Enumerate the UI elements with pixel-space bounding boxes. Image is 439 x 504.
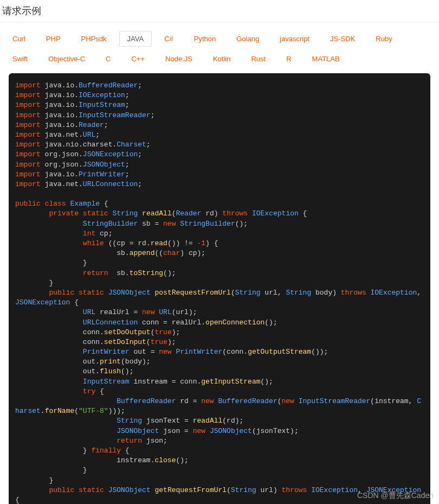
tab-phpsdk[interactable]: PHPsdk [73,31,115,47]
tab-javascript[interactable]: javascript [272,31,318,47]
tab-python[interactable]: Python [186,31,224,47]
tab-swift[interactable]: Swift [4,51,36,67]
tab-curl[interactable]: Curl [4,31,34,47]
section-title: 请求示例 [0,0,439,22]
tab-c-[interactable]: C# [156,31,182,47]
tab-golang[interactable]: Golang [228,31,267,47]
tab-c-[interactable]: C++ [123,51,153,67]
tab-c[interactable]: C [98,51,119,67]
tab-node-js[interactable]: Node.JS [157,51,201,67]
tab-php[interactable]: PHP [38,31,69,47]
code-block: import java.io.BufferedReader; import ja… [9,73,430,504]
tab-js-sdk[interactable]: JS-SDK [322,31,363,47]
tab-rust[interactable]: Rust [243,51,274,67]
tab-java[interactable]: JAVA [119,31,152,47]
tab-objective-c[interactable]: Objective-C [40,51,93,67]
language-tabs: CurlPHPPHPsdkJAVAC#PythonGolangjavascrip… [0,29,439,73]
tab-r[interactable]: R [278,51,299,67]
tab-matlab[interactable]: MATLAB [304,51,348,67]
tab-kotlin[interactable]: Kotlin [205,51,239,67]
tab-ruby[interactable]: Ruby [367,31,400,47]
